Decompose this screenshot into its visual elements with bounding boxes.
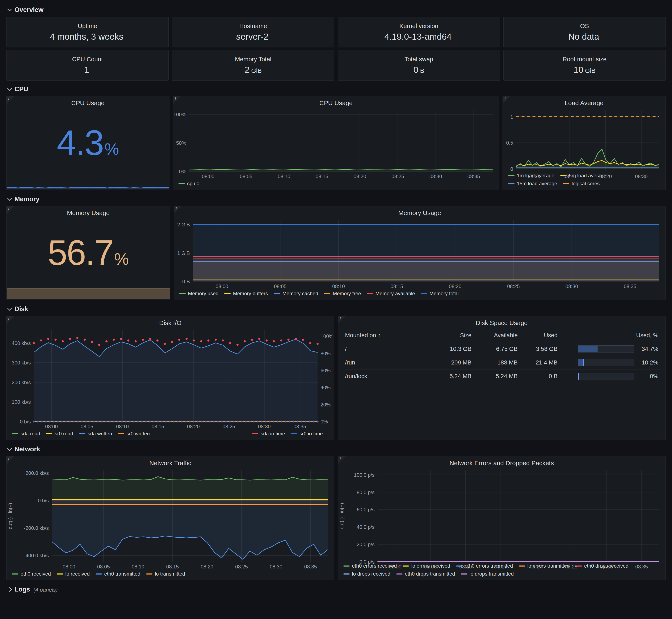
legend-label: sr0 read (55, 431, 73, 437)
svg-text:60%: 60% (320, 368, 330, 373)
network-traffic-chart[interactable]: 200.0 kb/s0 b/s-200.0 kb/s-400.0 kb/s08:… (6, 468, 334, 569)
network-errors-panel: i Network Errors and Dropped Packets 0.0… (338, 456, 666, 580)
svg-text:08:15: 08:15 (495, 564, 507, 569)
legend-item[interactable]: eth0 drops transmitted (396, 571, 455, 577)
svg-text:08:25: 08:25 (235, 564, 248, 569)
info-icon[interactable]: i (6, 206, 14, 214)
legend-item[interactable]: Memory available (367, 291, 415, 296)
legend-swatch-icon (324, 293, 330, 294)
info-icon[interactable]: i (6, 457, 14, 464)
legend-item[interactable]: sda written (79, 431, 112, 437)
column-header[interactable]: Used, % (559, 332, 660, 339)
legend-item[interactable]: eth0 transmitted (96, 571, 140, 577)
info-icon[interactable]: i (173, 96, 181, 104)
svg-text:20.0 p/s: 20.0 p/s (357, 542, 374, 547)
legend-item[interactable]: sr0 written (118, 431, 150, 437)
legend-item[interactable]: logical cores (563, 181, 600, 187)
value-cell: 6.75 GB (473, 346, 519, 352)
svg-text:300 kb/s: 300 kb/s (12, 360, 31, 365)
section-header-overview[interactable]: Overview (6, 4, 666, 16)
disk-io-chart[interactable]: 0 b/s100 kb/s200 kb/s300 kb/s400 kb/s0%2… (6, 327, 334, 429)
legend-item[interactable]: Memory cached (274, 291, 318, 296)
sort-asc-icon: ↑ (378, 332, 381, 338)
legend-item[interactable]: eth0 received (12, 571, 51, 577)
legend-swatch-icon (46, 433, 52, 434)
legend-item[interactable]: sr0 io time (291, 431, 323, 437)
info-icon[interactable]: i (6, 316, 14, 324)
legend-item[interactable]: lo drops received (343, 571, 390, 577)
value-cell: 3.58 GB (519, 346, 559, 352)
cpu-usage-chart[interactable]: 0%50%100%08:0008:0508:1008:1508:2008:250… (173, 108, 499, 179)
stat-unit: B (420, 67, 424, 74)
legend-item[interactable]: cpu 0 (179, 181, 199, 187)
legend-item[interactable]: sda read (12, 431, 40, 437)
legend-label: Memory used (188, 291, 219, 296)
svg-text:08:00: 08:00 (63, 564, 75, 569)
svg-text:1 GiB: 1 GiB (177, 250, 190, 256)
svg-text:08:20: 08:20 (354, 174, 366, 179)
info-icon[interactable]: i (503, 96, 510, 104)
legend-item[interactable]: Memory total (421, 291, 459, 296)
stat-value: 0 (414, 65, 418, 75)
network-errors-chart[interactable]: 0.0 p/s20.0 p/s40.0 p/s60.0 p/s80.0 p/s1… (338, 468, 666, 561)
svg-text:08:00: 08:00 (528, 174, 540, 179)
legend-item[interactable]: lo received (57, 571, 90, 577)
legend-item[interactable]: lo drops transmitted (461, 571, 514, 577)
table-row: /run/lock5.24 MB5.24 MB0 B0% (344, 369, 660, 383)
stat-title: Memory Total (235, 56, 271, 63)
section-header-logs[interactable]: Logs (4 panels) (6, 583, 666, 596)
legend-item[interactable]: Memory used (179, 291, 219, 296)
stat-panel-cpu-count: CPU Count 1 (6, 50, 169, 81)
load-average-chart[interactable]: 00.5108:0008:1008:2008:30 (503, 108, 666, 171)
info-icon[interactable]: i (338, 316, 346, 324)
panel-title: Disk Space Usage (338, 316, 666, 327)
section-header-network[interactable]: Network (6, 443, 666, 455)
svg-text:2 GiB: 2 GiB (177, 222, 190, 227)
legend-item[interactable]: sda io time (252, 431, 285, 437)
svg-text:100%: 100% (320, 333, 333, 339)
legend-item[interactable]: Memory free (324, 291, 361, 296)
svg-text:out(-) | in(+): out(-) | in(+) (7, 503, 13, 530)
value-cell: 5.24 MB (473, 373, 519, 380)
chevron-down-icon (7, 306, 12, 311)
stat-panel-uptime: Uptime 4 months, 3 weeks (6, 17, 169, 48)
section-title-overview: Overview (14, 6, 44, 14)
legend-label: 15m load average (517, 181, 557, 187)
memory-usage-chart[interactable]: 0 B1 GiB2 GiB08:0008:0508:1008:1508:2008… (174, 217, 666, 289)
legend-label: Memory free (332, 291, 361, 296)
panel-title: Network Traffic (6, 457, 334, 468)
column-header[interactable]: Available (473, 332, 519, 339)
section-header-disk[interactable]: Disk (6, 303, 666, 315)
svg-text:08:20: 08:20 (449, 283, 462, 289)
stat-title: OS (580, 23, 589, 29)
legend-label: sr0 written (127, 431, 150, 437)
section-title-network: Network (14, 445, 40, 453)
section-title-memory: Memory (14, 195, 40, 203)
column-header[interactable]: Mounted on↑ (344, 332, 433, 339)
column-header[interactable]: Used (519, 332, 559, 339)
legend-swatch-icon (146, 573, 152, 574)
svg-text:40%: 40% (320, 385, 330, 390)
stat-panel-hostname: Hostname server-2 (172, 17, 334, 48)
table-row: /10.3 GB6.75 GB3.58 GB34.7% (344, 342, 660, 356)
info-icon[interactable]: i (174, 206, 181, 214)
column-header[interactable]: Size (433, 332, 473, 339)
legend-item[interactable]: sr0 read (46, 431, 73, 437)
stat-value: 4 months, 3 weeks (50, 32, 123, 42)
info-icon[interactable]: i (6, 96, 14, 104)
section-header-cpu[interactable]: CPU (6, 83, 666, 95)
info-icon[interactable]: i (338, 457, 346, 464)
section-header-memory[interactable]: Memory (6, 193, 666, 205)
svg-text:08:30: 08:30 (270, 564, 282, 569)
stat-value: No data (568, 32, 599, 42)
legend-item[interactable]: Memory buffers (224, 291, 268, 296)
svg-text:-400.0 kb/s: -400.0 kb/s (24, 553, 49, 558)
svg-text:08:30: 08:30 (635, 174, 648, 179)
stat-title: Total swap (405, 56, 433, 63)
legend-item[interactable]: lo transmitted (146, 571, 185, 577)
legend-label: sda read (20, 431, 40, 437)
legend-item[interactable]: 15m load average (508, 181, 557, 187)
stat-panel-total-swap: Total swap 0B (338, 50, 500, 81)
mount-cell: /run (344, 359, 433, 366)
svg-text:08:10: 08:10 (332, 283, 345, 289)
